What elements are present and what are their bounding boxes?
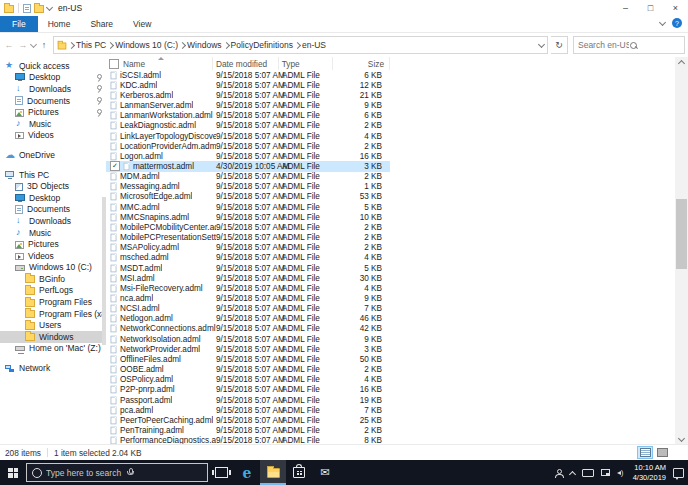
table-row[interactable]: NetworkConnections.adml 9/15/2018 5:07 A… [106, 324, 390, 334]
sidebar-item[interactable]: Downloads [0, 83, 106, 95]
scroll-down-arrow-icon[interactable] [675, 434, 688, 444]
breadcrumb-item[interactable]: en-US [295, 40, 326, 50]
customize-qat-chevron-icon[interactable] [46, 3, 53, 10]
scroll-up-arrow-icon[interactable] [675, 57, 688, 67]
sidebar-item[interactable]: Music [0, 227, 106, 239]
store-button[interactable] [286, 460, 312, 485]
start-button[interactable] [0, 460, 26, 485]
address-dropdown-chevron-icon[interactable] [538, 40, 545, 47]
list-scrollbar[interactable] [675, 57, 688, 444]
item-checkbox[interactable]: ✓ [110, 161, 120, 171]
table-row[interactable]: MSI.adml 9/15/2018 5:07 AM ADML File 30 … [106, 273, 390, 283]
table-row[interactable]: Msi-FileRecovery.adml 9/15/2018 5:07 AM … [106, 283, 390, 293]
task-view-button[interactable] [208, 460, 234, 485]
column-header-name[interactable]: Name [106, 57, 213, 70]
table-row[interactable]: Passport.adml 9/15/2018 5:07 AM ADML Fil… [106, 395, 390, 405]
sidebar-item[interactable]: Windows 10 (C:) [0, 262, 106, 274]
table-row[interactable]: LanmanServer.adml 9/15/2018 5:07 AM ADML… [106, 100, 390, 110]
table-row[interactable]: LeakDiagnostic.adml 9/15/2018 5:07 AM AD… [106, 121, 390, 131]
table-row[interactable]: Messaging.adml 9/15/2018 5:07 AM ADML Fi… [106, 182, 390, 192]
sidebar-item[interactable]: Network [0, 362, 106, 374]
refresh-button[interactable]: ↻ [551, 36, 568, 54]
touch-keyboard-icon[interactable] [582, 469, 594, 477]
table-row[interactable]: Kerberos.adml 9/15/2018 5:07 AM ADML Fil… [106, 90, 390, 100]
recent-locations-chevron-icon[interactable] [30, 40, 37, 47]
sidebar-item[interactable]: 3D Objects [0, 180, 106, 192]
table-row[interactable]: PenTraining.adml 9/15/2018 5:07 AM ADML … [106, 425, 390, 435]
column-header-type[interactable]: Type [279, 57, 334, 70]
table-row[interactable]: Logon.adml 9/15/2018 5:07 AM ADML File 1… [106, 151, 390, 161]
sidebar-item[interactable]: Videos [0, 130, 106, 142]
close-button[interactable]: × [663, 0, 688, 16]
network-tray-icon[interactable] [601, 469, 610, 476]
action-center-icon[interactable] [673, 468, 684, 478]
table-row[interactable]: nca.adml 9/15/2018 5:07 AM ADML File 9 K… [106, 293, 390, 303]
sidebar-item[interactable]: Users [0, 319, 106, 331]
file-explorer-button[interactable] [260, 460, 286, 485]
breadcrumb-item[interactable]: PolicyDefinitions [224, 40, 293, 50]
table-row[interactable]: iSCSI.adml 9/15/2018 5:07 AM ADML File 6… [106, 70, 390, 80]
table-row[interactable]: OSPolicy.adml 9/15/2018 5:07 AM ADML Fil… [106, 375, 390, 385]
sidebar-item[interactable]: Program Files [0, 296, 106, 308]
table-row[interactable]: ✓ mattermost.adml 4/30/2019 10:05 AM ADM… [106, 161, 390, 171]
table-row[interactable]: MMC.adml 9/15/2018 5:07 AM ADML File 5 K… [106, 202, 390, 212]
breadcrumb-item[interactable]: Windows 10 (C:) [108, 40, 178, 50]
sidebar-item[interactable]: Desktop [0, 72, 106, 84]
sidebar-item[interactable]: Downloads [0, 215, 106, 227]
people-icon[interactable] [555, 469, 563, 477]
table-row[interactable]: MicrosoftEdge.adml 9/15/2018 5:07 AM ADM… [106, 192, 390, 202]
table-row[interactable]: pca.adml 9/15/2018 5:07 AM ADML File 7 K… [106, 405, 390, 415]
taskbar-search-box[interactable]: Type here to search [26, 463, 208, 482]
table-row[interactable]: NCSI.adml 9/15/2018 5:07 AM ADML File 7 … [106, 304, 390, 314]
forward-button[interactable]: → [17, 40, 29, 50]
table-row[interactable]: MobilePCPresentationSettings.adml 9/15/2… [106, 233, 390, 243]
table-row[interactable]: PeerToPeerCaching.adml 9/15/2018 5:07 AM… [106, 415, 390, 425]
select-all-checkbox[interactable] [109, 59, 119, 69]
ribbon-tab[interactable]: Share [80, 16, 123, 32]
table-row[interactable]: MobilePCMobilityCenter.adml 9/15/2018 5:… [106, 222, 390, 232]
table-row[interactable]: LanmanWorkstation.adml 9/15/2018 5:07 AM… [106, 111, 390, 121]
sidebar-item[interactable]: Music [0, 118, 106, 130]
thumbnails-view-toggle[interactable] [655, 447, 669, 458]
sidebar-item[interactable]: Pictures [0, 106, 106, 118]
properties-icon[interactable] [23, 4, 31, 13]
sidebar-item[interactable]: Documents [0, 95, 106, 107]
maximize-button[interactable]: □ [638, 0, 663, 16]
sidebar-item[interactable]: This PC [0, 169, 106, 181]
address-bar[interactable]: This PC Windows 10 (C:) Windows [53, 36, 548, 54]
ribbon-tab[interactable]: File [0, 16, 38, 32]
sidebar-item[interactable]: Quick access [0, 60, 106, 72]
table-row[interactable]: LinkLayerTopologyDiscovery.adml 9/15/201… [106, 131, 390, 141]
ribbon-tab[interactable]: View [123, 16, 161, 32]
taskbar-clock[interactable]: 10:10 AM 4/30/2019 [633, 463, 666, 482]
up-button[interactable]: ↑ [38, 40, 50, 50]
back-button[interactable]: ← [3, 40, 15, 50]
table-row[interactable]: NetworkProvider.adml 9/15/2018 5:07 AM A… [106, 344, 390, 354]
scrollbar-track[interactable] [675, 67, 688, 434]
column-header-date[interactable]: Date modified [213, 57, 279, 70]
minimize-button[interactable]: – [613, 0, 638, 16]
new-folder-icon[interactable] [34, 5, 44, 13]
edge-button[interactable]: e [234, 460, 260, 485]
sidebar-item[interactable]: Home on 'Mac' (Z:) [0, 343, 106, 355]
column-header-size[interactable]: Size [333, 57, 390, 70]
sidebar-item[interactable]: Windows [0, 331, 106, 343]
expand-ribbon-chevron-icon[interactable] [659, 18, 666, 25]
table-row[interactable]: MMCSnapins.adml 9/15/2018 5:07 AM ADML F… [106, 212, 390, 222]
table-row[interactable]: Netlogon.adml 9/15/2018 5:07 AM ADML Fil… [106, 314, 390, 324]
help-icon[interactable]: ? [672, 18, 682, 28]
show-hidden-icons-chevron[interactable] [569, 470, 576, 477]
sidebar-item[interactable]: Desktop [0, 192, 106, 204]
table-row[interactable]: MSDT.adml 9/15/2018 5:07 AM ADML File 5 … [106, 263, 390, 273]
table-row[interactable]: OOBE.adml 9/15/2018 5:07 AM ADML File 2 … [106, 365, 390, 375]
table-row[interactable]: OfflineFiles.adml 9/15/2018 5:07 AM ADML… [106, 354, 390, 364]
sidebar-item[interactable]: Documents [0, 204, 106, 216]
scrollbar-thumb[interactable] [676, 199, 687, 269]
table-row[interactable]: msched.adml 9/15/2018 5:07 AM ADML File … [106, 253, 390, 263]
table-row[interactable]: MDM.adml 9/15/2018 5:07 AM ADML File 2 K… [106, 172, 390, 182]
breadcrumb-item[interactable]: Windows [180, 40, 221, 50]
sidebar-item[interactable]: Pictures [0, 238, 106, 250]
breadcrumb-item[interactable]: This PC [69, 40, 106, 50]
sidebar-item[interactable]: OneDrive [0, 149, 106, 161]
table-row[interactable]: KDC.adml 9/15/2018 5:07 AM ADML File 12 … [106, 80, 390, 90]
